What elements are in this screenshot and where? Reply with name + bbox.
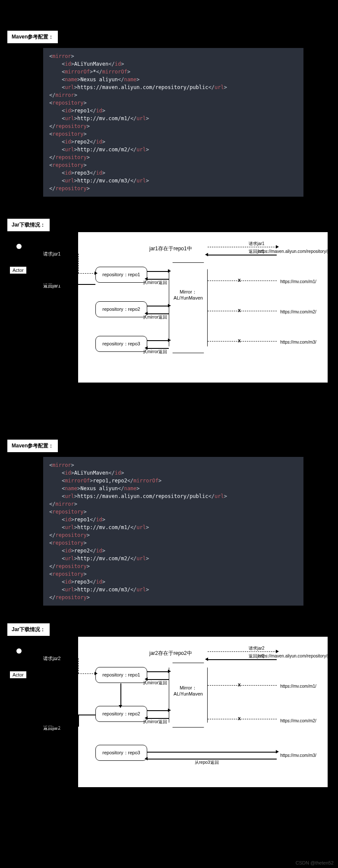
actor-dot-icon bbox=[16, 648, 22, 654]
repo-box-3: repository：repo3 bbox=[95, 745, 147, 761]
cloud-aliyun: https://maven.aliyun.com/repository/publ… bbox=[277, 241, 320, 262]
mirror-return-1: 从mirror返回 bbox=[143, 280, 167, 286]
actor-dot-icon bbox=[16, 244, 22, 249]
x-icon: x bbox=[238, 682, 241, 688]
mirror-return-2: 从mirror返回 bbox=[143, 719, 167, 725]
mirror-return-2: 从mirror返回 bbox=[143, 314, 167, 320]
code-block-1: <mirror> <id>ALiYunMaven</id> <mirrorOf>… bbox=[43, 48, 303, 197]
mirror-box: Mirror： ALiYunMaven bbox=[169, 663, 208, 728]
mirror-return-3: 从mirror返回 bbox=[143, 349, 167, 355]
code-block-2: <mirror> <id>ALiYunMaven</id> <mirrorOf>… bbox=[43, 457, 303, 606]
cloud-m3: https://mv.com/m3/ bbox=[277, 745, 320, 766]
cloud-m1: https://mv.com/m1/ bbox=[277, 271, 320, 292]
cloud-m2: https://mv.com/m2/ bbox=[277, 710, 320, 731]
diagram-1: Actor 请求jar1 返回jar1 jar1存在于repo1中 reposi… bbox=[4, 232, 334, 387]
jar-download-label-1: Jar下载情况： bbox=[7, 218, 50, 232]
response-label: 返回jar2 bbox=[43, 725, 60, 731]
jar-title: jar2存在于repo2中 bbox=[149, 650, 192, 657]
x-icon: x bbox=[238, 277, 241, 283]
diagram-2: Actor 请求jar2 返回jar2 jar2存在于repo2中 reposi… bbox=[4, 636, 334, 792]
mirror-box: Mirror： ALiYunMaven bbox=[169, 262, 208, 353]
remote-response: 返回jar2 bbox=[249, 653, 265, 659]
cloud-m2: https://mv.com/m2/ bbox=[277, 301, 320, 322]
remote-request: 请求jar2 bbox=[249, 645, 265, 651]
repo3-return: 从repo3返回 bbox=[195, 760, 219, 766]
cloud-aliyun: https://maven.aliyun.com/repository/publ… bbox=[277, 645, 320, 666]
x-icon: x bbox=[238, 307, 241, 313]
cloud-m3: https://mv.com/m3/ bbox=[277, 332, 320, 352]
repo-box-1: repository：repo1 bbox=[95, 267, 147, 283]
actor-label: Actor bbox=[9, 266, 27, 274]
x-icon: x bbox=[238, 338, 241, 344]
remote-request: 请求jar1 bbox=[249, 241, 265, 247]
maven-config-label-1: Maven参考配置： bbox=[7, 30, 58, 44]
x-icon: x bbox=[238, 715, 241, 721]
repo-box-3: repository：repo3 bbox=[95, 336, 147, 352]
jar-title: jar1存在于repo1中 bbox=[149, 245, 192, 252]
repo-box-2: repository：repo2 bbox=[95, 301, 147, 317]
actor-label: Actor bbox=[9, 671, 27, 679]
jar-download-label-2: Jar下载情况： bbox=[7, 623, 50, 636]
remote-response: 返回jar1 bbox=[249, 249, 265, 255]
maven-config-label-2: Maven参考配置： bbox=[7, 439, 58, 453]
mirror-return-1: 从mirror返回 bbox=[143, 680, 167, 686]
cloud-m1: https://mv.com/m1/ bbox=[277, 676, 320, 696]
repo-box-1: repository：repo1 bbox=[95, 667, 147, 683]
repo-box-2: repository：repo2 bbox=[95, 706, 147, 722]
